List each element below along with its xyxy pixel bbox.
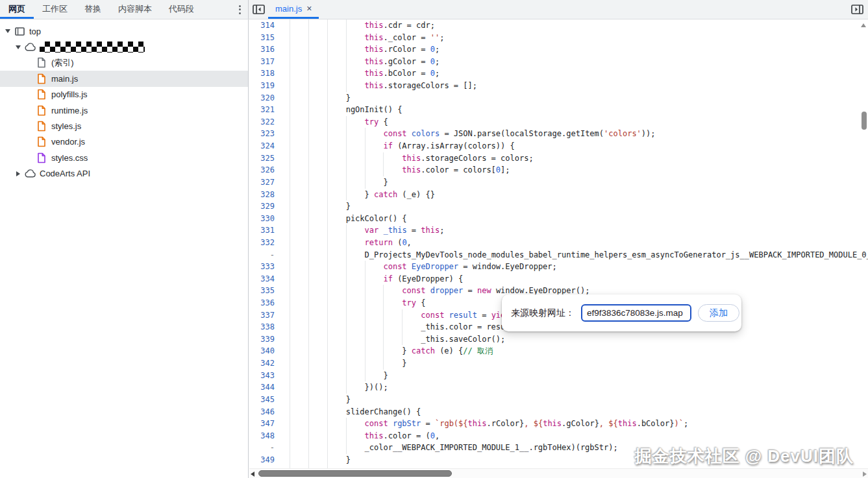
code-line[interactable]: 345} bbox=[249, 394, 868, 406]
line-number[interactable]: 343 bbox=[249, 370, 284, 382]
tree-item-styles-css[interactable]: styles.css bbox=[0, 150, 248, 165]
chevron-right-icon[interactable] bbox=[13, 171, 23, 176]
line-number[interactable]: 335 bbox=[249, 285, 284, 297]
code-line[interactable]: 320} bbox=[249, 92, 868, 104]
tree-item-top[interactable]: top bbox=[0, 23, 248, 39]
line-number[interactable]: 340 bbox=[249, 345, 284, 357]
line-number[interactable]: 320 bbox=[249, 92, 284, 104]
code-line[interactable]: 340} catch (e) {// 取消 bbox=[249, 345, 868, 357]
line-number[interactable]: 314 bbox=[249, 19, 284, 32]
code-line[interactable]: 318this.bColor = 0; bbox=[249, 67, 868, 80]
code-line[interactable]: 330pickColor() { bbox=[249, 213, 868, 225]
vertical-scrollbar-thumb[interactable] bbox=[862, 112, 867, 130]
navigator-tab-0[interactable]: 网页 bbox=[0, 0, 34, 19]
code-line[interactable]: 347const rgbStr = `rgb(${this.rColor}, $… bbox=[249, 418, 868, 430]
line-number[interactable]: 348 bbox=[249, 430, 284, 442]
code-line[interactable]: 348this.color = (0, bbox=[249, 430, 868, 442]
chevron-down-icon[interactable] bbox=[13, 45, 23, 49]
line-number[interactable]: 334 bbox=[249, 273, 284, 285]
code-editor[interactable]: 314this.cdr = cdr;315this._color = '';31… bbox=[249, 19, 868, 478]
line-number[interactable]: 315 bbox=[249, 32, 284, 44]
tree-item-domain[interactable] bbox=[0, 39, 248, 54]
line-number[interactable]: 328 bbox=[249, 189, 284, 201]
line-number[interactable]: 342 bbox=[249, 357, 284, 370]
source-map-url-input[interactable] bbox=[581, 304, 691, 322]
close-tab-icon[interactable]: × bbox=[306, 4, 312, 13]
scroll-left-icon[interactable] bbox=[251, 472, 254, 477]
line-number[interactable]: 338 bbox=[249, 321, 284, 333]
line-number[interactable]: 333 bbox=[249, 261, 284, 273]
horizontal-scrollbar-thumb[interactable] bbox=[258, 470, 452, 477]
code-line[interactable]: 346sliderChange() { bbox=[249, 406, 868, 418]
navigator-tab-1[interactable]: 工作区 bbox=[34, 0, 76, 19]
code-line[interactable]: 324if (Array.isArray(colors)) { bbox=[249, 140, 868, 152]
navigator-tab-4[interactable]: 代码段 bbox=[160, 0, 203, 19]
toggle-debugger-sidebar-button[interactable] bbox=[847, 0, 867, 19]
line-number[interactable]: 318 bbox=[249, 67, 284, 80]
line-number[interactable]: 321 bbox=[249, 104, 284, 116]
code-line[interactable]: 334if (EyeDropper) { bbox=[249, 273, 868, 285]
line-number[interactable]: 349 bbox=[249, 454, 284, 466]
more-tabs-button[interactable] bbox=[231, 0, 248, 19]
code-line[interactable]: 328} catch (_e) {} bbox=[249, 189, 868, 201]
line-number[interactable]: - bbox=[249, 442, 284, 454]
code-line[interactable]: 314this.cdr = cdr; bbox=[249, 19, 868, 32]
code-line[interactable]: 316this.rColor = 0; bbox=[249, 43, 868, 56]
code-line[interactable]: 321ngOnInit() { bbox=[249, 104, 868, 116]
code-line[interactable]: -D_Projects_MyDevTools_node_modules_babe… bbox=[249, 249, 868, 261]
line-number[interactable]: 339 bbox=[249, 333, 284, 346]
code-line[interactable]: 333const EyeDropper = window.EyeDropper; bbox=[249, 261, 868, 273]
line-number[interactable]: 323 bbox=[249, 128, 284, 140]
line-number[interactable]: 322 bbox=[249, 116, 284, 128]
line-number[interactable]: 346 bbox=[249, 406, 284, 418]
tree-item-vendor-js[interactable]: vendor.js bbox=[0, 134, 248, 150]
tree-item-codearts-api[interactable]: CodeArts API bbox=[0, 166, 248, 182]
code-line[interactable]: 323const colors = JSON.parse(localStorag… bbox=[249, 128, 868, 140]
tree-item-main-js[interactable]: main.js bbox=[0, 71, 248, 86]
add-source-map-button[interactable]: 添加 bbox=[698, 304, 739, 322]
line-number[interactable]: 347 bbox=[249, 418, 284, 430]
line-number[interactable]: 345 bbox=[249, 394, 284, 406]
vertical-scrollbar[interactable] bbox=[859, 19, 868, 468]
code-line[interactable]: 339_this.saveColor(); bbox=[249, 333, 868, 346]
code-line[interactable]: 343} bbox=[249, 370, 868, 382]
line-number[interactable]: 332 bbox=[249, 237, 284, 249]
code-line[interactable]: 315this._color = ''; bbox=[249, 32, 868, 44]
line-number[interactable]: 319 bbox=[249, 80, 284, 92]
tree-item-index[interactable]: (索引) bbox=[0, 55, 248, 71]
code-line[interactable]: 326this.color = colors[0]; bbox=[249, 164, 868, 176]
line-number[interactable]: 325 bbox=[249, 152, 284, 165]
line-number[interactable]: 336 bbox=[249, 297, 284, 309]
code-line[interactable]: 317this.gColor = 0; bbox=[249, 56, 868, 68]
code-line[interactable]: 344})(); bbox=[249, 381, 868, 394]
code-line[interactable]: 319this.storageColors = []; bbox=[249, 80, 868, 92]
tab-main-js[interactable]: main.js × bbox=[268, 0, 319, 19]
line-number[interactable]: 330 bbox=[249, 213, 284, 225]
line-number[interactable]: 331 bbox=[249, 224, 284, 237]
tree-item-styles-js[interactable]: styles.js bbox=[0, 118, 248, 134]
horizontal-scrollbar[interactable] bbox=[249, 468, 868, 478]
code-line[interactable]: 329} bbox=[249, 200, 868, 213]
line-number[interactable]: 344 bbox=[249, 381, 284, 394]
chevron-down-icon[interactable] bbox=[3, 29, 13, 33]
code-line[interactable]: 322try { bbox=[249, 116, 868, 128]
code-line[interactable]: 325this.storageColors = colors; bbox=[249, 152, 868, 165]
line-number[interactable]: 327 bbox=[249, 176, 284, 189]
navigator-tab-2[interactable]: 替换 bbox=[76, 0, 110, 19]
line-number[interactable]: 337 bbox=[249, 309, 284, 322]
toggle-navigator-button[interactable] bbox=[249, 0, 268, 19]
line-number[interactable]: 329 bbox=[249, 200, 284, 213]
code-line[interactable]: 332return (0, bbox=[249, 237, 868, 249]
code-line[interactable]: 327} bbox=[249, 176, 868, 189]
scroll-up-icon[interactable] bbox=[861, 23, 866, 27]
line-number[interactable]: 324 bbox=[249, 140, 284, 152]
code-line[interactable]: 331var _this = this; bbox=[249, 224, 868, 237]
tree-item-runtime-js[interactable]: runtime.js bbox=[0, 102, 248, 118]
line-number[interactable]: - bbox=[249, 249, 284, 261]
navigator-tab-3[interactable]: 内容脚本 bbox=[110, 0, 160, 19]
code-line[interactable]: 342} bbox=[249, 357, 868, 370]
line-number[interactable]: 326 bbox=[249, 164, 284, 176]
line-number[interactable]: 317 bbox=[249, 56, 284, 68]
scroll-right-icon[interactable] bbox=[863, 472, 867, 477]
line-number[interactable]: 316 bbox=[249, 43, 284, 56]
